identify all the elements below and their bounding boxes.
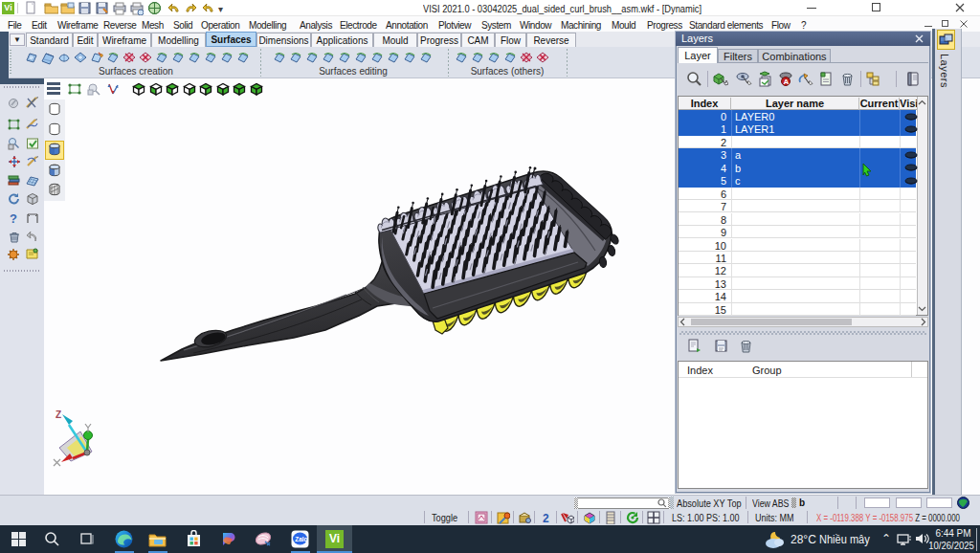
svg-text:Z: Z <box>56 409 61 420</box>
svg-text:A: A <box>784 77 790 86</box>
svg-text:2: 2 <box>543 512 549 524</box>
svg-text:Zalo: Zalo <box>295 536 307 542</box>
